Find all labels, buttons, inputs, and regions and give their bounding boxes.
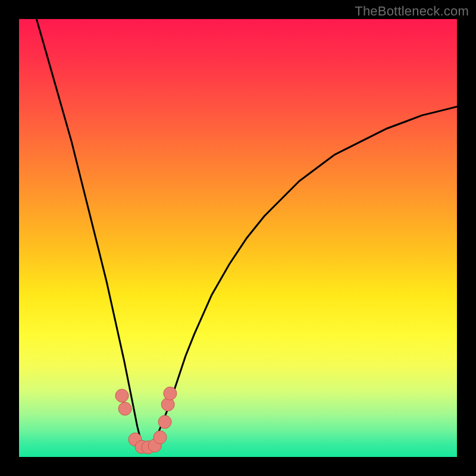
bottleneck-curve (36, 19, 457, 448)
watermark-text: TheBottleneck.com (355, 4, 469, 19)
marker-dot (158, 415, 171, 428)
marker-dot (154, 431, 167, 444)
marker-dot (115, 389, 129, 402)
chart-svg (19, 19, 457, 457)
highlight-markers (115, 387, 177, 454)
marker-dot (164, 387, 177, 400)
marker-dot (118, 402, 131, 415)
plot-area (19, 19, 457, 457)
chart-frame: TheBottleneck.com (0, 0, 476, 476)
